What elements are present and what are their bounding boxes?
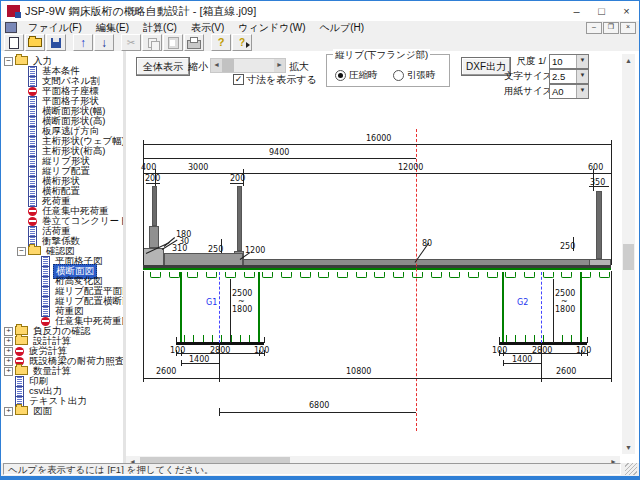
field-combo-1[interactable]: 2.5▼ <box>549 69 589 84</box>
dimension-label: 2800 <box>532 347 552 355</box>
drawing-line <box>143 144 611 145</box>
expand-icon[interactable]: + <box>4 357 13 366</box>
drawing-line <box>219 412 416 413</box>
flange-rib-tick <box>571 335 572 342</box>
dimension-label: 100 <box>170 347 185 355</box>
drawing-line <box>143 374 144 382</box>
context-help-button[interactable]: ? <box>232 34 252 51</box>
expand-icon[interactable]: + <box>4 367 13 376</box>
deck-rib <box>431 272 442 278</box>
girder-web <box>580 272 582 343</box>
girder-label: G2 <box>517 299 528 307</box>
dimension-label: 200 <box>230 175 245 183</box>
drawing-line <box>230 183 244 184</box>
flange-rib-tick <box>221 335 222 342</box>
deck-rib <box>281 272 292 278</box>
expand-icon[interactable]: + <box>4 327 13 336</box>
zoom-slider-right-arrow[interactable]: ► <box>274 59 285 72</box>
deck-rib <box>206 272 217 278</box>
menu-item-4[interactable]: ウィンドウ(W) <box>231 21 312 34</box>
menu-item-0[interactable]: ファイル(F) <box>21 21 89 34</box>
deck-rib <box>150 272 161 278</box>
zoom-slider[interactable]: ◄ ► <box>210 58 286 73</box>
scroll-up-arrow[interactable]: ▲ <box>622 54 635 67</box>
deck-rib <box>169 272 180 278</box>
move-down-button[interactable]: ↓ <box>94 34 114 51</box>
menu-item-3[interactable]: 表示(V) <box>184 21 231 34</box>
cross-section-drawing: 1600094004003000120006002002003501803031… <box>126 91 620 451</box>
drawing-line <box>499 337 500 343</box>
deck-rib <box>374 272 385 278</box>
chevron-down-icon[interactable]: ▼ <box>576 55 588 68</box>
vertical-scroll-thumb[interactable] <box>623 244 634 270</box>
dimension-label: 250 <box>208 246 223 254</box>
dimension-label: 9400 <box>269 149 289 157</box>
girder-centerline <box>541 272 542 343</box>
flange-rib-tick <box>534 335 535 342</box>
tree-item-35[interactable]: +図面 <box>1 406 123 416</box>
rib-mode-groupbox: 縦リブ(下フランジ部) 圧縮時引張時 <box>326 54 450 87</box>
deck-rib <box>337 272 348 278</box>
tree-item-31[interactable]: +数量計算 <box>1 366 123 376</box>
expand-icon[interactable]: + <box>4 407 13 416</box>
radio-option-1[interactable]: 引張時 <box>393 69 436 82</box>
field-combo-0[interactable]: 10▼ <box>549 54 589 69</box>
help-button[interactable]: ? <box>211 34 231 51</box>
flange-rib-tick <box>193 335 194 342</box>
child-restore-button[interactable]: ❐ <box>603 22 619 34</box>
menu-item-5[interactable]: ヘルプ(H) <box>313 21 372 34</box>
radio-option-0[interactable]: 圧縮時 <box>335 69 378 82</box>
move-up-button[interactable]: ↑ <box>73 34 93 51</box>
dimension-label: 1200 <box>245 247 265 255</box>
menu-item-2[interactable]: 計算(C) <box>136 21 184 34</box>
minimize-button[interactable]: – <box>564 1 589 21</box>
maximize-button[interactable]: □ <box>589 1 614 21</box>
new-button[interactable] <box>4 34 24 51</box>
expand-icon[interactable]: + <box>4 347 13 356</box>
collapse-icon[interactable]: − <box>4 57 13 66</box>
deck-rib <box>187 272 198 278</box>
expand-icon[interactable]: + <box>4 337 13 346</box>
radio-icon[interactable] <box>335 70 346 81</box>
print-button[interactable] <box>184 34 204 51</box>
dimension-label: 1400 <box>512 356 532 364</box>
close-button[interactable]: × <box>614 1 639 21</box>
folder-icon <box>15 336 28 345</box>
dimension-label: 2600 <box>156 368 176 376</box>
zoom-slider-left-arrow[interactable]: ◄ <box>211 59 222 72</box>
zoom-in-label: 拡大 <box>289 60 309 74</box>
collapse-icon[interactable]: − <box>17 247 26 256</box>
resize-grip[interactable] <box>625 463 637 475</box>
child-close-button[interactable]: × <box>620 22 636 34</box>
save-button[interactable] <box>46 34 66 51</box>
mdi-child-icon[interactable] <box>5 22 17 33</box>
menu-item-1[interactable]: 編集(E) <box>89 21 136 34</box>
field-label-1: 文字サイズ <box>504 70 546 83</box>
girder-centerline <box>219 272 220 343</box>
show-dimensions-checkbox[interactable]: ✓ <box>233 74 244 85</box>
save-icon <box>51 38 61 48</box>
dimension-label: 400 <box>141 164 156 172</box>
help-icon: ? <box>218 37 225 48</box>
scroll-down-arrow[interactable]: ▼ <box>622 441 635 454</box>
child-minimize-button[interactable]: – <box>586 22 602 34</box>
drawing-line <box>143 173 611 174</box>
chevron-down-icon[interactable]: ▼ <box>576 70 588 83</box>
open-button[interactable] <box>25 34 45 51</box>
radio-icon[interactable] <box>393 70 404 81</box>
fit-view-button[interactable]: 全体表示 <box>136 57 190 76</box>
dimension-label: 80 <box>422 240 432 248</box>
blocked-icon <box>28 217 37 226</box>
folder-icon <box>15 56 28 65</box>
vertical-scrollbar[interactable]: ▲ ▼ <box>622 54 635 454</box>
paste-icon <box>168 37 179 49</box>
flange-rib-tick <box>212 335 213 342</box>
navigation-sidebar: −入力基本条件支間パネル割平面格子座標平面格子形状横断面形状(幅)横断面形状(高… <box>1 51 123 463</box>
girder-web <box>502 272 504 343</box>
flange-rib-tick <box>562 335 563 342</box>
zoom-slider-thumb[interactable] <box>222 59 234 72</box>
flange-rib-tick <box>506 335 507 342</box>
blocked-icon <box>28 207 37 216</box>
toolbar: ↑ ↓ ✂ ? ? <box>1 34 639 52</box>
deck-rib <box>468 272 479 278</box>
